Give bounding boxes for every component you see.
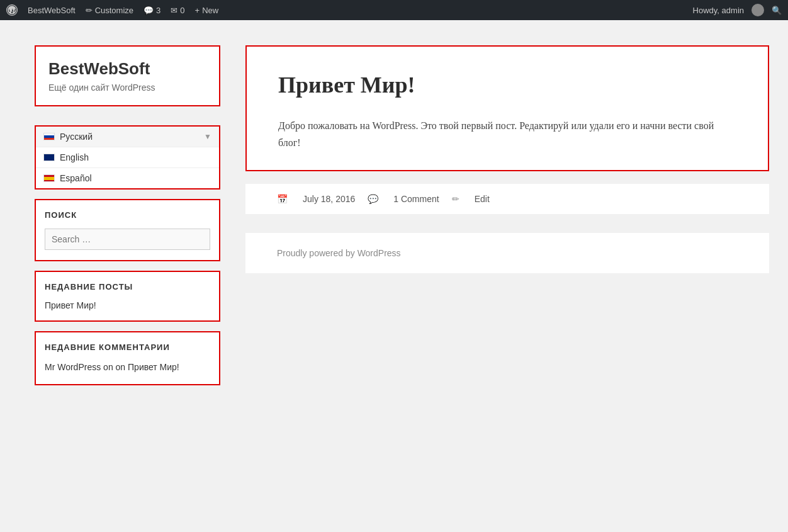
lang-label-es: Español (60, 173, 92, 183)
messages-link[interactable]: ✉ 0 (171, 6, 184, 15)
post-date[interactable]: July 18, 2016 (303, 194, 355, 204)
comment-on: on (116, 362, 128, 372)
edit-link[interactable]: Edit (475, 194, 490, 204)
search-widget-title: ПОИСК (45, 210, 210, 220)
post-meta: 📅 July 18, 2016 💬 1 Comment ✏ Edit (245, 184, 769, 214)
message-icon: ✉ (171, 6, 177, 15)
comment-bubble-icon: 💬 (368, 194, 378, 204)
recent-post-link[interactable]: Привет Мир! (45, 300, 96, 310)
pencil-icon: ✏ (86, 6, 93, 15)
recent-post-item[interactable]: Привет Мир! (45, 300, 210, 310)
wp-logo-link[interactable] (6, 4, 18, 16)
comment-item: Mr WordPress on on Привет Мир! (45, 361, 210, 374)
post-card: Привет Мир! Добро пожаловать на WordPres… (245, 45, 769, 171)
post-content: Добро пожаловать на WordPress. Это твой … (278, 117, 736, 151)
comment-connector: on (103, 362, 113, 372)
edit-icon: ✏ (452, 194, 459, 204)
lang-item-es[interactable]: Español (36, 168, 219, 188)
search-widget: ПОИСК (35, 199, 220, 261)
admin-avatar (751, 4, 764, 16)
site-title: BestWebSoft (48, 59, 206, 79)
main-wrapper: BestWebSoft Ещё один сайт WordPress Русс… (0, 20, 788, 532)
site-footer: Proudly powered by WordPress (245, 233, 769, 273)
flag-en (43, 154, 55, 161)
sidebar: BestWebSoft Ещё один сайт WordPress Русс… (0, 20, 233, 532)
admin-bar: BestWebSoft ✏ Customize 💬 3 ✉ 0 + New Ho… (0, 0, 788, 20)
flag-ru (43, 133, 55, 140)
lang-item-ru[interactable]: Русский ▼ (36, 127, 219, 147)
recent-comments-widget: НЕДАВНИЕ КОММЕНТАРИИ Mr WordPress on on … (35, 331, 220, 385)
admin-site-name: BestWebSoft (28, 6, 76, 15)
language-widget: Русский ▼ English Español (35, 125, 220, 190)
site-tagline: Ещё один сайт WordPress (48, 82, 206, 93)
dropdown-arrow-icon: ▼ (204, 132, 211, 141)
howdy-text: Howdy, admin (693, 6, 744, 15)
recent-comments-title: НЕДАВНИЕ КОММЕНТАРИИ (45, 342, 210, 352)
new-link[interactable]: + New (195, 6, 219, 15)
customize-link[interactable]: ✏ Customize (86, 6, 133, 15)
commenter-link[interactable]: Mr WordPress (45, 362, 101, 372)
plus-icon: + (195, 6, 200, 15)
comment-post-link[interactable]: Привет Мир! (128, 362, 179, 372)
recent-posts-widget: НЕДАВНИЕ ПОСТЫ Привет Мир! (35, 271, 220, 322)
recent-posts-title: НЕДАВНИЕ ПОСТЫ (45, 282, 210, 291)
post-title: Привет Мир! (278, 72, 736, 98)
content-area: Привет Мир! Добро пожаловать на WordPres… (233, 20, 788, 532)
lang-label-en: English (60, 152, 89, 162)
search-icon[interactable]: 🔍 (772, 6, 782, 15)
calendar-icon: 📅 (277, 194, 288, 204)
comment-icon: 💬 (144, 6, 154, 15)
flag-es (43, 174, 55, 182)
site-name-link[interactable]: BestWebSoft (28, 6, 76, 15)
lang-item-en[interactable]: English (36, 147, 219, 168)
post-comments[interactable]: 1 Comment (393, 194, 439, 204)
lang-label-ru: Русский (60, 132, 93, 142)
comments-link[interactable]: 💬 3 (144, 6, 160, 15)
site-branding: BestWebSoft Ещё один сайт WordPress (35, 45, 220, 106)
search-input[interactable] (45, 229, 210, 250)
footer-text: Proudly powered by WordPress (277, 248, 401, 258)
